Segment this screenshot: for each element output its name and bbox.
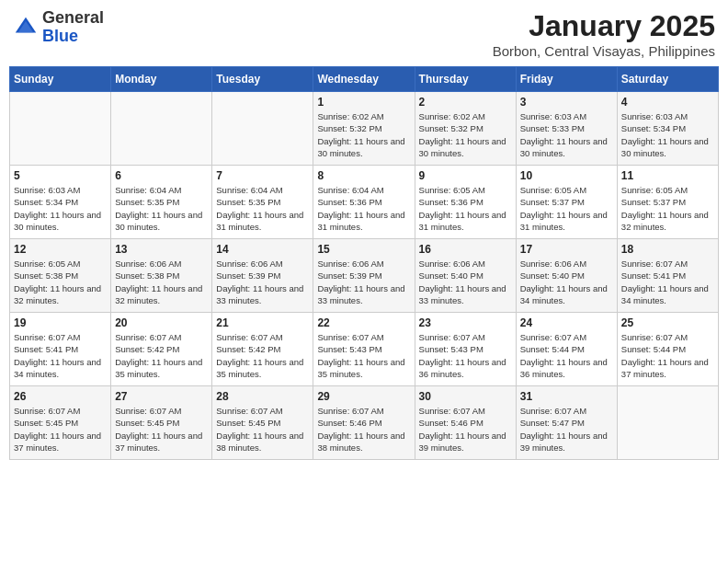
day-cell: 9Sunrise: 6:05 AM Sunset: 5:36 PM Daylig… [415, 166, 516, 239]
day-info: Sunrise: 6:04 AM Sunset: 5:36 PM Dayligh… [317, 184, 410, 233]
calendar-table: SundayMondayTuesdayWednesdayThursdayFrid… [9, 66, 719, 460]
day-number: 30 [419, 390, 512, 403]
weekday-header-friday: Friday [516, 67, 617, 92]
day-info: Sunrise: 6:07 AM Sunset: 5:43 PM Dayligh… [317, 331, 410, 380]
day-info: Sunrise: 6:06 AM Sunset: 5:40 PM Dayligh… [419, 258, 512, 306]
day-cell: 17Sunrise: 6:06 AM Sunset: 5:40 PM Dayli… [516, 239, 617, 313]
day-info: Sunrise: 6:06 AM Sunset: 5:39 PM Dayligh… [317, 258, 410, 306]
day-info: Sunrise: 6:06 AM Sunset: 5:38 PM Dayligh… [115, 258, 208, 306]
day-cell: 16Sunrise: 6:06 AM Sunset: 5:40 PM Dayli… [415, 239, 516, 313]
day-number: 11 [621, 169, 714, 182]
day-number: 28 [216, 390, 309, 403]
day-info: Sunrise: 6:07 AM Sunset: 5:44 PM Dayligh… [621, 331, 714, 380]
day-info: Sunrise: 6:07 AM Sunset: 5:47 PM Dayligh… [520, 405, 613, 454]
day-cell: 13Sunrise: 6:06 AM Sunset: 5:38 PM Dayli… [111, 239, 212, 313]
logo-icon [13, 15, 39, 40]
day-info: Sunrise: 6:07 AM Sunset: 5:41 PM Dayligh… [14, 331, 107, 380]
week-row-1: 1Sunrise: 6:02 AM Sunset: 5:32 PM Daylig… [10, 92, 719, 166]
day-cell: 15Sunrise: 6:06 AM Sunset: 5:39 PM Dayli… [313, 239, 415, 313]
day-number: 31 [520, 390, 613, 403]
day-number: 20 [115, 316, 208, 329]
day-cell: 11Sunrise: 6:05 AM Sunset: 5:37 PM Dayli… [617, 166, 718, 239]
day-cell: 23Sunrise: 6:07 AM Sunset: 5:43 PM Dayli… [415, 313, 516, 386]
day-cell: 31Sunrise: 6:07 AM Sunset: 5:47 PM Dayli… [516, 386, 617, 460]
day-cell: 28Sunrise: 6:07 AM Sunset: 5:45 PM Dayli… [212, 386, 313, 460]
month-title: January 2025 [493, 9, 715, 43]
day-number: 1 [317, 96, 410, 109]
day-info: Sunrise: 6:05 AM Sunset: 5:37 PM Dayligh… [621, 184, 714, 233]
day-cell: 20Sunrise: 6:07 AM Sunset: 5:42 PM Dayli… [111, 313, 212, 386]
day-cell: 29Sunrise: 6:07 AM Sunset: 5:46 PM Dayli… [313, 386, 415, 460]
day-cell: 10Sunrise: 6:05 AM Sunset: 5:37 PM Dayli… [516, 166, 617, 239]
location: Borbon, Central Visayas, Philippines [493, 43, 715, 59]
page-header: General Blue January 2025 Borbon, Centra… [9, 9, 719, 59]
day-number: 23 [419, 316, 512, 329]
day-cell: 1Sunrise: 6:02 AM Sunset: 5:32 PM Daylig… [313, 92, 415, 166]
week-row-5: 26Sunrise: 6:07 AM Sunset: 5:45 PM Dayli… [10, 386, 719, 460]
day-cell [212, 92, 313, 166]
day-info: Sunrise: 6:07 AM Sunset: 5:45 PM Dayligh… [115, 405, 208, 454]
day-number: 25 [621, 316, 714, 329]
day-number: 12 [14, 243, 107, 256]
day-number: 22 [317, 316, 410, 329]
day-number: 29 [317, 390, 410, 403]
day-number: 9 [419, 169, 512, 182]
day-info: Sunrise: 6:07 AM Sunset: 5:44 PM Dayligh… [520, 331, 613, 380]
day-cell: 5Sunrise: 6:03 AM Sunset: 5:34 PM Daylig… [10, 166, 111, 239]
title-area: January 2025 Borbon, Central Visayas, Ph… [493, 9, 715, 59]
day-number: 15 [317, 243, 410, 256]
day-number: 16 [419, 243, 512, 256]
day-info: Sunrise: 6:07 AM Sunset: 5:46 PM Dayligh… [317, 405, 410, 454]
day-cell: 4Sunrise: 6:03 AM Sunset: 5:34 PM Daylig… [617, 92, 718, 166]
day-cell: 3Sunrise: 6:03 AM Sunset: 5:33 PM Daylig… [516, 92, 617, 166]
weekday-header-saturday: Saturday [617, 67, 718, 92]
day-number: 19 [14, 316, 107, 329]
day-cell [111, 92, 212, 166]
day-cell [617, 386, 718, 460]
day-number: 24 [520, 316, 613, 329]
day-number: 8 [317, 169, 410, 182]
day-cell: 7Sunrise: 6:04 AM Sunset: 5:35 PM Daylig… [212, 166, 313, 239]
day-cell: 30Sunrise: 6:07 AM Sunset: 5:46 PM Dayli… [415, 386, 516, 460]
day-number: 14 [216, 243, 309, 256]
day-number: 21 [216, 316, 309, 329]
day-cell: 14Sunrise: 6:06 AM Sunset: 5:39 PM Dayli… [212, 239, 313, 313]
day-number: 4 [621, 96, 714, 109]
day-number: 13 [115, 243, 208, 256]
day-info: Sunrise: 6:07 AM Sunset: 5:46 PM Dayligh… [419, 405, 512, 454]
day-cell: 26Sunrise: 6:07 AM Sunset: 5:45 PM Dayli… [10, 386, 111, 460]
day-info: Sunrise: 6:04 AM Sunset: 5:35 PM Dayligh… [115, 184, 208, 233]
weekday-header-row: SundayMondayTuesdayWednesdayThursdayFrid… [10, 67, 719, 92]
day-number: 26 [14, 390, 107, 403]
day-info: Sunrise: 6:05 AM Sunset: 5:38 PM Dayligh… [14, 258, 107, 306]
day-number: 10 [520, 169, 613, 182]
logo-text: General Blue [42, 9, 104, 46]
day-cell: 21Sunrise: 6:07 AM Sunset: 5:42 PM Dayli… [212, 313, 313, 386]
day-info: Sunrise: 6:02 AM Sunset: 5:32 PM Dayligh… [317, 110, 410, 159]
weekday-header-monday: Monday [111, 67, 212, 92]
day-number: 27 [115, 390, 208, 403]
day-info: Sunrise: 6:03 AM Sunset: 5:33 PM Dayligh… [520, 110, 613, 159]
day-cell: 2Sunrise: 6:02 AM Sunset: 5:32 PM Daylig… [415, 92, 516, 166]
day-number: 18 [621, 243, 714, 256]
day-info: Sunrise: 6:04 AM Sunset: 5:35 PM Dayligh… [216, 184, 309, 233]
weekday-header-wednesday: Wednesday [313, 67, 415, 92]
logo-blue: Blue [42, 28, 104, 46]
day-info: Sunrise: 6:03 AM Sunset: 5:34 PM Dayligh… [621, 110, 714, 159]
day-number: 6 [115, 169, 208, 182]
day-cell [10, 92, 111, 166]
day-cell: 27Sunrise: 6:07 AM Sunset: 5:45 PM Dayli… [111, 386, 212, 460]
day-info: Sunrise: 6:05 AM Sunset: 5:36 PM Dayligh… [419, 184, 512, 233]
day-number: 5 [14, 169, 107, 182]
logo-general: General [42, 9, 104, 28]
day-info: Sunrise: 6:03 AM Sunset: 5:34 PM Dayligh… [14, 184, 107, 233]
day-cell: 22Sunrise: 6:07 AM Sunset: 5:43 PM Dayli… [313, 313, 415, 386]
day-cell: 6Sunrise: 6:04 AM Sunset: 5:35 PM Daylig… [111, 166, 212, 239]
day-cell: 25Sunrise: 6:07 AM Sunset: 5:44 PM Dayli… [617, 313, 718, 386]
day-info: Sunrise: 6:06 AM Sunset: 5:40 PM Dayligh… [520, 258, 613, 306]
day-info: Sunrise: 6:07 AM Sunset: 5:45 PM Dayligh… [216, 405, 309, 454]
day-cell: 8Sunrise: 6:04 AM Sunset: 5:36 PM Daylig… [313, 166, 415, 239]
weekday-header-thursday: Thursday [415, 67, 516, 92]
week-row-4: 19Sunrise: 6:07 AM Sunset: 5:41 PM Dayli… [10, 313, 719, 386]
day-cell: 18Sunrise: 6:07 AM Sunset: 5:41 PM Dayli… [617, 239, 718, 313]
